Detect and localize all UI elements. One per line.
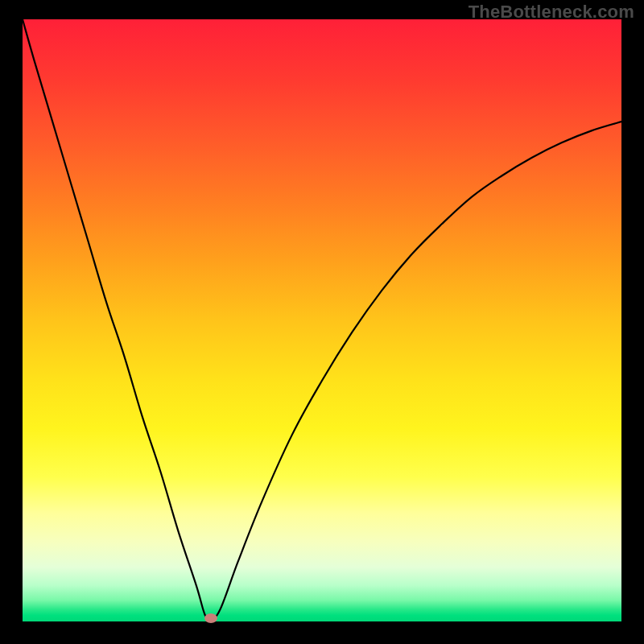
optimum-marker xyxy=(204,613,217,623)
chart-frame: TheBottleneck.com xyxy=(0,0,644,644)
bottleneck-curve xyxy=(23,19,621,621)
watermark-text: TheBottleneck.com xyxy=(469,2,634,23)
plot-area xyxy=(23,19,621,621)
